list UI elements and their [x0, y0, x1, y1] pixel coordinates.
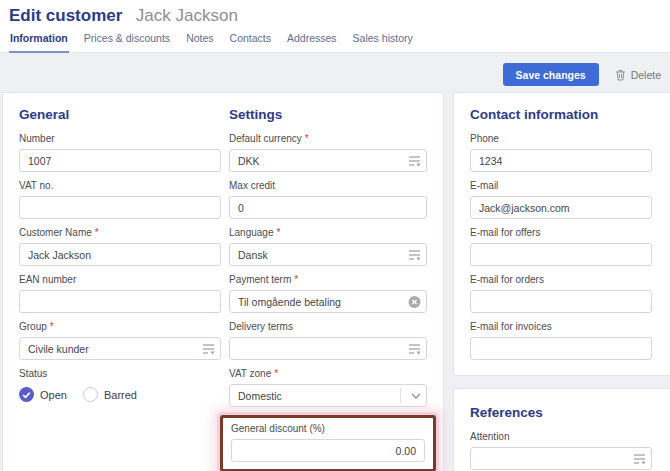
page-header: Edit customer Jack Jackson Information P…: [0, 0, 670, 53]
field-ean-number: EAN number: [19, 274, 221, 313]
number-input[interactable]: [19, 149, 221, 172]
email-invoices-input[interactable]: [470, 337, 652, 360]
field-status: Status Open Barred: [19, 368, 221, 402]
tab-contacts[interactable]: Contacts: [229, 32, 272, 53]
field-email-invoices: E-mail for invoices: [470, 321, 652, 360]
customer-name-input[interactable]: [19, 243, 221, 266]
field-label: Default currency*: [229, 133, 427, 145]
group-input[interactable]: [19, 337, 221, 360]
lookup-icon[interactable]: [408, 249, 421, 261]
references-card: References Attention: [453, 388, 670, 471]
field-label: Customer Name*: [19, 227, 221, 239]
required-marker: *: [277, 227, 281, 238]
required-marker: *: [294, 274, 298, 285]
attention-input[interactable]: [470, 447, 652, 470]
radio-selected-icon[interactable]: [19, 387, 34, 402]
contact-heading: Contact information: [470, 107, 652, 122]
lookup-icon[interactable]: [202, 343, 215, 355]
field-number: Number: [19, 133, 221, 172]
field-delivery-terms: Delivery terms: [229, 321, 427, 360]
toolbar: Save changes Delete: [503, 63, 665, 86]
general-discount-input[interactable]: [231, 439, 425, 462]
email-orders-input[interactable]: [470, 290, 652, 313]
field-label: Payment term*: [229, 274, 427, 286]
delete-button[interactable]: Delete: [611, 69, 665, 81]
field-label: E-mail for offers: [470, 227, 652, 239]
required-marker: *: [305, 133, 309, 144]
settings-section: Settings Default currency* Max credit La…: [229, 93, 427, 471]
max-credit-input[interactable]: [229, 196, 427, 219]
contact-information-card: Contact information Phone E-mail E-mail …: [453, 92, 670, 376]
email-offers-input[interactable]: [470, 243, 652, 266]
main-form-card: General Number VAT no. Customer Name* EA…: [2, 92, 444, 471]
tab-sales-history[interactable]: Sales history: [352, 32, 414, 53]
field-label: E-mail for orders: [470, 274, 652, 286]
field-vat-no: VAT no.: [19, 180, 221, 219]
field-general-discount: General discount (%): [231, 423, 425, 462]
vat-zone-select[interactable]: [229, 384, 427, 407]
ean-number-input[interactable]: [19, 290, 221, 313]
phone-input[interactable]: [470, 149, 652, 172]
field-phone: Phone: [470, 133, 652, 172]
general-discount-highlight-annotation: General discount (%): [220, 415, 436, 471]
default-currency-input[interactable]: [229, 149, 427, 172]
field-customer-name: Customer Name*: [19, 227, 221, 266]
field-label: General discount (%): [231, 423, 425, 435]
chevron-down-icon[interactable]: [411, 393, 421, 399]
vat-no-input[interactable]: [19, 196, 221, 219]
tab-prices-discounts[interactable]: Prices & discounts: [83, 32, 171, 53]
field-email: E-mail: [470, 180, 652, 219]
required-marker: *: [50, 321, 54, 332]
field-email-offers: E-mail for offers: [470, 227, 652, 266]
field-label: EAN number: [19, 274, 221, 286]
trash-icon: [615, 69, 626, 81]
status-label: Status: [19, 368, 221, 380]
lookup-icon[interactable]: [633, 453, 646, 465]
page-title: Edit customer: [9, 6, 122, 25]
field-group: Group*: [19, 321, 221, 360]
general-heading: General: [19, 107, 221, 122]
field-language: Language*: [229, 227, 427, 266]
status-option-barred[interactable]: Barred: [83, 387, 137, 402]
field-label: Attention: [470, 431, 652, 443]
field-label: Number: [19, 133, 221, 145]
field-attention: Attention: [470, 431, 652, 470]
lookup-icon[interactable]: [408, 343, 421, 355]
radio-unselected-icon[interactable]: [83, 387, 98, 402]
title-row: Edit customer Jack Jackson: [0, 0, 670, 26]
field-label: VAT zone*: [229, 368, 427, 380]
language-input[interactable]: [229, 243, 427, 266]
settings-heading: Settings: [229, 107, 427, 122]
field-label: Language*: [229, 227, 427, 239]
field-label: E-mail: [470, 180, 652, 192]
status-radio-group: Open Barred: [19, 387, 221, 402]
payment-term-input[interactable]: [229, 290, 427, 313]
field-label: Group*: [19, 321, 221, 333]
status-option-open[interactable]: Open: [19, 387, 67, 402]
tab-information[interactable]: Information: [9, 32, 69, 53]
tab-notes[interactable]: Notes: [185, 32, 214, 53]
references-heading: References: [470, 405, 652, 420]
field-label: Phone: [470, 133, 652, 145]
clear-icon[interactable]: [408, 295, 421, 308]
contact-section: Contact information Phone E-mail E-mail …: [470, 93, 652, 368]
field-payment-term: Payment term*: [229, 274, 427, 313]
save-changes-button[interactable]: Save changes: [503, 63, 599, 86]
field-label: VAT no.: [19, 180, 221, 192]
delivery-terms-input[interactable]: [229, 337, 427, 360]
radio-label: Barred: [104, 389, 137, 401]
field-vat-zone: VAT zone*: [229, 368, 427, 407]
delete-button-label: Delete: [631, 69, 661, 81]
references-section: References Attention: [470, 389, 652, 471]
required-marker: *: [95, 227, 99, 238]
customer-name-subtitle: Jack Jackson: [136, 6, 238, 25]
field-label: Max credit: [229, 180, 427, 192]
email-input[interactable]: [470, 196, 652, 219]
field-label: E-mail for invoices: [470, 321, 652, 333]
lookup-icon[interactable]: [408, 155, 421, 167]
general-section: General Number VAT no. Customer Name* EA…: [19, 93, 221, 410]
tab-addresses[interactable]: Addresses: [286, 32, 338, 53]
radio-label: Open: [40, 389, 67, 401]
required-marker: *: [274, 368, 278, 379]
field-default-currency: Default currency*: [229, 133, 427, 172]
